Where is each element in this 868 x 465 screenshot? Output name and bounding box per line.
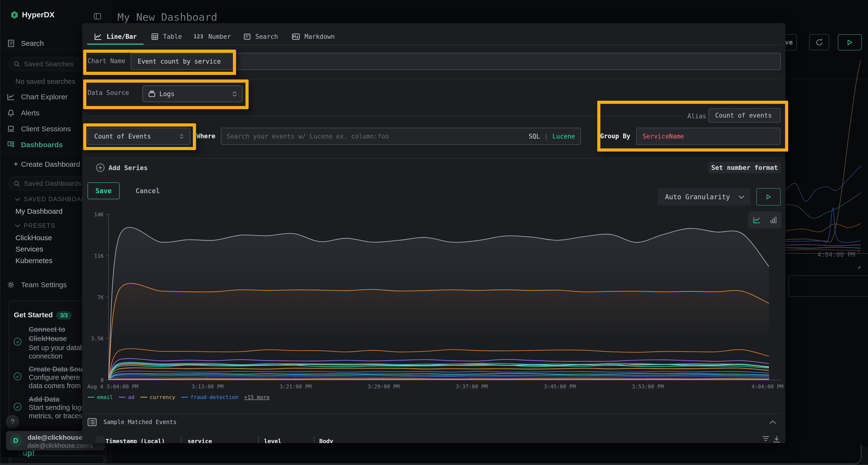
logo-text: HyperDX — [22, 10, 55, 19]
check-circle-icon — [13, 337, 22, 346]
sidebar-item-my-dashboard[interactable]: My Dashboard — [16, 207, 62, 215]
column-header-timestamp[interactable]: Timestamp (Local) — [105, 438, 165, 443]
svg-text:3:45:00 PM: 3:45:00 PM — [544, 384, 576, 390]
svg-text:3:13:00 PM: 3:13:00 PM — [192, 384, 223, 390]
window-left-border — [0, 0, 0, 465]
hyperdx-logo-icon — [11, 11, 18, 19]
column-separator[interactable] — [314, 437, 315, 443]
task-subtitle-line: connection — [29, 352, 62, 360]
legend-item[interactable]: currency — [140, 394, 175, 400]
column-sort-button[interactable] — [95, 436, 105, 443]
window-border-clip — [0, 444, 868, 465]
chart-legend: email ad currency fraud-detection +15 mo… — [88, 393, 270, 401]
sidebar-item-label: Search — [21, 39, 44, 47]
svg-text:7K: 7K — [97, 294, 104, 300]
chart-line-icon — [7, 93, 14, 100]
tile-resize-handle-icon[interactable] — [856, 264, 860, 268]
bell-icon — [7, 109, 14, 117]
svg-text:3:37:00 PM: 3:37:00 PM — [456, 384, 488, 390]
column-header-level[interactable]: level — [264, 438, 281, 443]
svg-text:4:04:00 PM: 4:04:00 PM — [751, 384, 783, 390]
task-subtitle-line: data comes from — [29, 381, 81, 390]
task-title-line: Add Data — [29, 395, 59, 404]
list-icon — [88, 418, 97, 426]
sidebar-item-label: Client Sessions — [21, 125, 71, 133]
sidebar-toggle-button[interactable] — [94, 13, 101, 20]
legend-dash — [140, 397, 147, 398]
search-icon — [14, 180, 20, 187]
svg-text:14K: 14K — [94, 211, 104, 218]
window-border — [0, 444, 862, 464]
svg-text:0: 0 — [100, 377, 104, 383]
svg-text:3:29:00 PM: 3:29:00 PM — [368, 384, 400, 390]
chevron-down-icon — [15, 198, 21, 201]
svg-text:3:53:00 PM: 3:53:00 PM — [632, 384, 664, 390]
preset-item-services[interactable]: Services — [16, 245, 43, 253]
table-filter-icon[interactable] — [762, 436, 769, 442]
legend-item[interactable]: fraud-detection — [181, 394, 239, 400]
task-subtitle-line: Start sending logs, — [29, 403, 87, 412]
get-started-title: Get Started — [14, 311, 53, 319]
annotation-aggregation — [83, 123, 196, 150]
svg-text:Aug 4 3:04:00 PM: Aug 4 3:04:00 PM — [87, 384, 138, 390]
column-separator[interactable] — [181, 437, 182, 443]
sidebar-item-label: Alerts — [21, 109, 39, 117]
svg-text:11K: 11K — [94, 253, 104, 259]
gear-icon — [7, 281, 14, 289]
create-dashboard-label: Create Dashboard — [21, 160, 80, 168]
bg-chart-time-label: 4:04:00 PM — [817, 251, 855, 258]
task-subtitle-line: metrics, or traces — [29, 412, 82, 420]
column-separator[interactable] — [258, 437, 259, 443]
legend-dash — [181, 397, 188, 398]
task-title-line: ClickHouse — [29, 334, 67, 343]
legend-item[interactable]: email — [88, 394, 113, 400]
legend-more-link[interactable]: +15 more — [244, 394, 270, 400]
saved-dashboards-placeholder: Saved Dashboards — [24, 180, 81, 188]
modal-divider — [88, 413, 781, 414]
legend-item[interactable]: ad — [119, 394, 134, 400]
preset-item-kubernetes[interactable]: Kubernetes — [16, 257, 52, 265]
plus-icon: + — [13, 159, 18, 169]
legend-dash — [119, 397, 126, 398]
check-circle-icon — [13, 372, 22, 380]
chevron-down-icon — [15, 224, 21, 227]
task-title-line: Connect to — [29, 325, 65, 334]
logo[interactable]: HyperDX — [11, 10, 55, 19]
sidebar-toggle-icon — [94, 13, 101, 20]
laptop-icon — [7, 125, 14, 133]
journal-icon — [7, 40, 14, 47]
dashboard-grid-icon — [7, 141, 14, 148]
column-header-body[interactable]: Body — [319, 438, 333, 443]
column-header-service[interactable]: service — [188, 438, 212, 443]
svg-text:3:21:00 PM: 3:21:00 PM — [280, 384, 311, 390]
sample-events-header[interactable]: Sample Matched Events — [88, 416, 781, 428]
download-icon[interactable] — [773, 436, 780, 443]
annotation-group-by — [597, 101, 788, 152]
sidebar-item-label: Dashboards — [21, 141, 63, 149]
dashboard-tile-outline — [788, 275, 868, 297]
svg-text:3.5K: 3.5K — [91, 336, 104, 342]
help-button[interactable]: ? — [6, 415, 19, 428]
check-circle-icon — [13, 403, 22, 411]
chevron-up-icon[interactable] — [769, 420, 776, 424]
annotation-data-source — [83, 79, 249, 109]
search-icon — [14, 61, 20, 67]
preset-item-clickhouse[interactable]: ClickHouse — [16, 234, 52, 242]
presets-section-header[interactable]: PRESETS — [15, 222, 56, 229]
legend-dash — [88, 397, 94, 398]
sidebar-item-label: Team Settings — [21, 281, 67, 289]
sidebar-item-label: Chart Explorer — [21, 93, 67, 101]
get-started-badge: 3/3 — [56, 311, 72, 320]
saved-searches-placeholder: Saved Searches — [24, 60, 73, 68]
annotation-chart-name — [83, 49, 236, 75]
no-saved-searches-text: No saved searches — [16, 77, 75, 86]
